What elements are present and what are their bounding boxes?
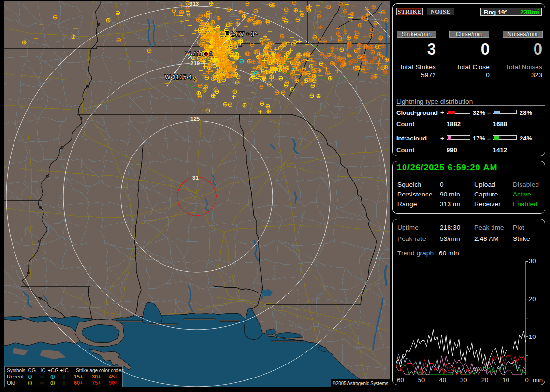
svg-text:Recent: Recent [7, 374, 24, 379]
svg-text:W-411: W-411 [185, 51, 203, 57]
svg-text:©2005 Astrogenic Systems: ©2005 Astrogenic Systems [333, 380, 388, 386]
svg-text:31: 31 [192, 175, 199, 181]
svg-text:20: 20 [481, 377, 488, 384]
svg-text:30+: 30+ [92, 374, 101, 379]
svg-text:-IC: -IC [39, 367, 46, 373]
svg-text:Strike age color codes: Strike age color codes [76, 368, 124, 373]
svg-text:10: 10 [529, 333, 536, 340]
svg-text:20: 20 [529, 295, 536, 303]
svg-text:1: 1 [209, 51, 213, 57]
svg-text:219: 219 [190, 60, 200, 66]
svg-text:F-2477: F-2477 [225, 31, 245, 38]
svg-text:30: 30 [460, 377, 467, 384]
svg-text:3^: 3^ [251, 31, 257, 38]
svg-text:W-3135-4: W-3135-4 [165, 74, 192, 81]
svg-text:+IC: +IC [60, 367, 68, 373]
svg-text:60+: 60+ [74, 380, 83, 386]
svg-text:60: 60 [397, 377, 404, 384]
svg-text:v: v [193, 75, 196, 81]
svg-text:90+: 90+ [109, 380, 118, 386]
svg-text:Symbols: Symbols [7, 368, 25, 373]
svg-text:40: 40 [439, 377, 446, 384]
svg-text:313: 313 [189, 1, 199, 7]
svg-text:+: + [246, 31, 249, 38]
svg-text:-CG: -CG [26, 367, 36, 373]
svg-text:+: + [204, 51, 208, 57]
svg-text:+CG: +CG [48, 367, 59, 373]
svg-text:15+: 15+ [74, 374, 83, 379]
svg-text:Old: Old [7, 380, 15, 386]
svg-text:75+: 75+ [92, 380, 101, 386]
svg-text:50: 50 [418, 377, 425, 384]
svg-text:0: 0 [525, 377, 528, 384]
svg-text:45+: 45+ [109, 374, 118, 379]
svg-text:125: 125 [190, 116, 200, 122]
svg-text:30: 30 [529, 257, 536, 265]
svg-text:10: 10 [502, 377, 509, 384]
svg-text:min: min [533, 377, 543, 384]
